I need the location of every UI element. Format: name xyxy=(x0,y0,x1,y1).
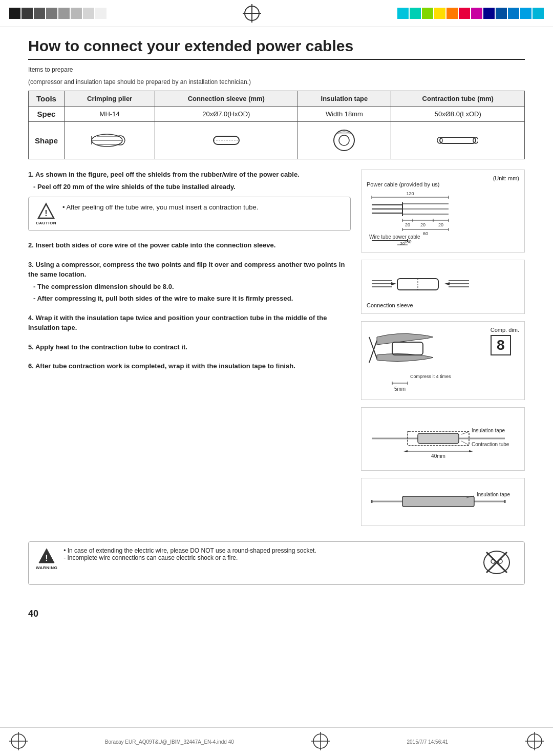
bottom-reg-center xyxy=(311,732,330,752)
diagram-final-tape: Insulation tape xyxy=(361,478,525,526)
caution-box: ! CAUTION • After peeling off the tube w… xyxy=(28,197,351,231)
warning-icon: ! WARNING xyxy=(36,547,57,570)
svg-text:Compress it 4 times: Compress it 4 times xyxy=(410,374,451,379)
svg-text:20: 20 xyxy=(420,222,426,227)
page-content: How to connect your extended power cable… xyxy=(0,27,553,603)
swatch xyxy=(508,8,519,19)
compress-svg: 5mm Compress it 4 times xyxy=(367,327,454,393)
warning-line-2: - Incomplete wire connections can cause … xyxy=(63,554,470,561)
footer-date: 2015/7/7 14:56:41 xyxy=(407,739,448,745)
color-swatches-right xyxy=(397,8,544,19)
final-tape-svg: Insulation tape xyxy=(367,484,510,519)
shape-insulation xyxy=(297,122,391,159)
col-tools: Tools xyxy=(29,91,65,107)
shape-sleeve xyxy=(155,122,297,159)
step-3: 3. Using a compressor, compress the two … xyxy=(28,260,351,304)
connection-sleeve-svg xyxy=(367,265,510,306)
swatch xyxy=(34,8,45,19)
svg-point-10 xyxy=(339,135,349,145)
svg-text:60: 60 xyxy=(423,231,428,236)
svg-line-74 xyxy=(461,432,469,434)
swatch xyxy=(459,8,470,19)
top-bar xyxy=(0,0,553,27)
power-cable-svg: 20 20 20 60 xyxy=(367,190,510,246)
color-swatches-left xyxy=(9,8,107,19)
svg-text:!: ! xyxy=(45,209,47,218)
step-6: 6. After tube contraction work is comple… xyxy=(28,361,351,371)
svg-marker-70 xyxy=(469,450,473,452)
spec-contraction: 50xØ8.0(LxOD) xyxy=(391,107,525,122)
page-number: 40 xyxy=(28,608,553,619)
step-5: 5. Apply heat to the contraction tube to… xyxy=(28,342,351,352)
table-header-row: Tools Crimping plier Connection sleeve (… xyxy=(29,91,525,107)
diagram-power-cable: (Unit: mm) Power cable (provided by us) xyxy=(361,170,525,253)
svg-rect-66 xyxy=(418,433,459,444)
swatch xyxy=(83,8,94,19)
step-3-sub1: - The compression dimension should be 8.… xyxy=(28,282,351,292)
swatch xyxy=(434,8,445,19)
warning-box: ! WARNING • In case of extending the ele… xyxy=(28,541,525,585)
power-cable-label: Power cable (provided by us) xyxy=(367,181,519,187)
table-shape-row: Shape xyxy=(29,122,525,159)
svg-rect-77 xyxy=(402,496,474,507)
svg-text:20: 20 xyxy=(405,222,410,227)
svg-rect-11 xyxy=(440,137,476,143)
step-4: 4. Wrap it with the insulation tape twic… xyxy=(28,313,351,333)
svg-text:!: ! xyxy=(45,554,48,562)
steps-column: 1. As shown in the figure, peel off the … xyxy=(28,170,351,533)
svg-text:20: 20 xyxy=(438,222,443,227)
svg-line-58 xyxy=(369,341,377,363)
main-layout: 1. As shown in the figure, peel off the … xyxy=(28,170,525,533)
diagrams-column: (Unit: mm) Power cable (provided by us) xyxy=(361,170,525,533)
step-1-sub: - Peel off 20 mm of the wire shields of … xyxy=(28,182,351,192)
spec-insulation: Width 18mm xyxy=(297,107,391,122)
swatch xyxy=(397,8,409,19)
crimping-plier-illustration xyxy=(70,125,150,156)
step-1-text: 1. As shown in the figure, peel off the … xyxy=(28,170,351,180)
caution-text: • After peeling off the tube wire, you m… xyxy=(62,202,258,215)
warning-illustration xyxy=(476,547,517,579)
items-prepare-line1: Items to prepare xyxy=(28,66,525,73)
svg-point-87 xyxy=(491,559,495,563)
bottom-reg-right xyxy=(525,732,544,752)
footer-file: Boracay EUR_AQ09T&U@_IBIM_32447A_EN-4.in… xyxy=(105,739,234,745)
step-2: 2. Insert both sides of core wire of the… xyxy=(28,240,351,250)
svg-text:5mm: 5mm xyxy=(394,386,406,392)
items-prepare-line2: (compressor and insulation tape should b… xyxy=(28,78,525,86)
swatch xyxy=(446,8,458,19)
comp-dim-number: 8 xyxy=(491,335,511,355)
step-2-text: 2. Insert both sides of core wire of the… xyxy=(28,240,351,250)
svg-text:120: 120 xyxy=(406,191,414,196)
swatch xyxy=(496,8,507,19)
table-spec-row: Spec MH-14 20xØ7.0(HxOD) Width 18mm 50xØ… xyxy=(29,107,525,122)
svg-marker-69 xyxy=(403,450,408,452)
swatch xyxy=(410,8,421,19)
svg-point-88 xyxy=(498,559,502,563)
registration-mark-center xyxy=(107,4,397,23)
svg-text:20: 20 xyxy=(400,241,405,246)
step-6-text: 6. After tube contraction work is comple… xyxy=(28,361,351,371)
col-insulation: Insulation tape xyxy=(297,91,391,107)
tools-table: Tools Crimping plier Connection sleeve (… xyxy=(28,91,525,159)
swatch xyxy=(9,8,20,19)
warning-text: • In case of extending the electric wire… xyxy=(63,547,470,561)
swatch xyxy=(71,8,82,19)
caution-icon: ! CAUTION xyxy=(36,202,56,225)
diagram-compress: 5mm Compress it 4 times Comp. dim. 8 xyxy=(361,321,525,400)
swatch xyxy=(58,8,70,19)
svg-marker-50 xyxy=(391,282,396,285)
warning-label: WARNING xyxy=(36,565,57,570)
svg-line-75 xyxy=(461,441,469,445)
diagram-insulation-contraction: 40mm Insulation tape Contraction tube xyxy=(361,407,525,471)
col-contraction: Contraction tube (mm) xyxy=(391,91,525,107)
warning-line-1: • In case of extending the electric wire… xyxy=(63,547,470,554)
comp-dim-info: Comp. dim. 8 xyxy=(491,327,519,355)
svg-line-59 xyxy=(369,337,377,359)
spec-mh14: MH-14 xyxy=(65,107,155,122)
svg-text:40mm: 40mm xyxy=(431,453,445,459)
swatch xyxy=(520,8,531,19)
svg-text:Insulation tape: Insulation tape xyxy=(477,492,510,497)
swatch xyxy=(22,8,33,19)
comp-dim-label: Comp. dim. xyxy=(491,327,519,333)
shape-crimping xyxy=(65,122,155,159)
